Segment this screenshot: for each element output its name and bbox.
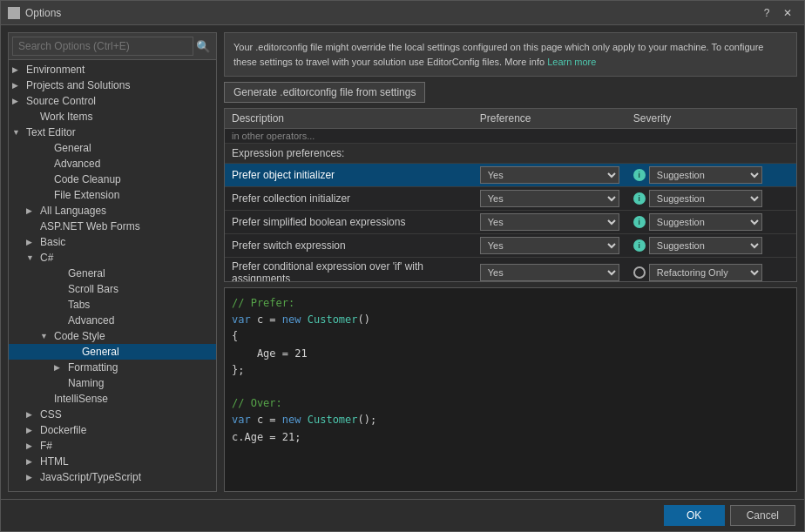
row-preference: Yes <box>473 258 626 283</box>
table-row[interactable]: Prefer collection initializer Yes i <box>225 187 796 211</box>
search-container: 🔍 <box>9 33 216 60</box>
cancel-button[interactable]: Cancel <box>730 505 795 526</box>
generate-editorconfig-button[interactable]: Generate .editorconfig file from setting… <box>224 82 425 103</box>
severity-select[interactable]: Suggestion <box>649 166 762 184</box>
row-preference: Yes <box>473 211 626 234</box>
code-line: }; <box>232 362 789 379</box>
radio-icon <box>633 266 646 279</box>
help-button[interactable]: ? <box>757 3 776 23</box>
table-row[interactable]: Prefer switch expression Yes i <box>225 234 796 258</box>
row-preference: Yes <box>473 234 626 258</box>
info-bar: Your .editorconfig file might override t… <box>224 32 797 77</box>
tree-item-code-cleanup[interactable]: Code Cleanup <box>9 172 216 187</box>
tree-item-js-ts[interactable]: ▶ JavaScript/TypeScript <box>9 469 216 485</box>
expand-icon: ▼ <box>12 128 26 137</box>
row-description: Prefer conditional expression over 'if' … <box>225 258 473 283</box>
severity-select[interactable]: Suggestion <box>649 237 762 254</box>
code-line: c.Age = 21; <box>232 429 789 446</box>
expand-icon: ▶ <box>12 81 26 90</box>
expand-icon: ▶ <box>12 97 26 105</box>
tree-item-cs-general[interactable]: General <box>9 266 216 281</box>
tree-item-html[interactable]: ▶ HTML <box>9 454 216 469</box>
tree-item-csharp[interactable]: ▼ C# <box>9 250 216 266</box>
col-description: Description <box>225 109 473 129</box>
table-row-scrolled: in other operators... <box>225 129 796 144</box>
info-icon: i <box>633 169 646 181</box>
dialog-title: Options <box>25 7 61 19</box>
close-button[interactable]: ✕ <box>778 3 797 23</box>
code-line: // Over: <box>232 395 789 412</box>
ok-button[interactable]: OK <box>664 505 725 526</box>
info-icon: i <box>633 192 646 205</box>
search-input[interactable] <box>12 37 193 56</box>
preference-select[interactable]: Yes <box>480 190 619 207</box>
info-icon: i <box>633 239 646 252</box>
code-line: { <box>232 328 789 345</box>
tree-item-basic[interactable]: ▶ Basic <box>9 234 216 250</box>
preferences-table: Description Preference Severity in other… <box>225 109 796 282</box>
tree-item-advanced[interactable]: Advanced <box>9 156 216 172</box>
expand-icon: ▶ <box>26 238 40 246</box>
code-line: Age = 21 <box>232 346 789 362</box>
tree-item-css[interactable]: ▶ CSS <box>9 407 216 422</box>
tree-item-formatting[interactable]: ▶ Formatting <box>9 360 216 375</box>
preference-select[interactable]: Yes <box>480 166 619 184</box>
row-severity: Refactoring Only <box>626 258 796 283</box>
tree-item-scroll-bars[interactable]: Scroll Bars <box>9 281 216 297</box>
tree-item-naming[interactable]: Naming <box>9 375 216 391</box>
title-bar-buttons: ? ✕ <box>757 3 797 23</box>
code-line <box>232 379 789 395</box>
preference-select[interactable]: Yes <box>480 264 619 281</box>
tree-item-text-editor[interactable]: ▼ Text Editor <box>9 125 216 140</box>
learn-more-link[interactable]: Learn more <box>547 57 596 67</box>
row-severity: i Suggestion <box>626 164 796 187</box>
table-row[interactable]: Prefer simplified boolean expressions Ye… <box>225 211 796 234</box>
tree-item-tabs[interactable]: Tabs <box>9 297 216 313</box>
tree-item-all-languages[interactable]: ▶ All Languages <box>9 203 216 219</box>
table-row[interactable]: Prefer conditional expression over 'if' … <box>225 258 796 283</box>
dialog-body: 🔍 ▶ Environment ▶ Projects and Solutions… <box>1 25 804 499</box>
expand-icon: ▶ <box>12 65 26 74</box>
tree-item-intellisense[interactable]: IntelliSense <box>9 391 216 407</box>
tree-item-file-extension[interactable]: File Extension <box>9 187 216 203</box>
preferences-table-area: Description Preference Severity in other… <box>224 108 797 282</box>
dialog-icon <box>8 7 20 19</box>
tree-item-environment[interactable]: ▶ Environment <box>9 62 216 77</box>
tree-item-dockerfile[interactable]: ▶ Dockerfile <box>9 422 216 438</box>
code-line: // Prefer: <box>232 295 789 312</box>
table-row[interactable]: Prefer object initializer Yes i <box>225 164 796 187</box>
tree-item-general[interactable]: General <box>9 140 216 156</box>
tree-view: ▶ Environment ▶ Projects and Solutions ▶… <box>9 60 216 491</box>
section-header-text: Expression preferences: <box>225 144 796 164</box>
title-bar: Options ? ✕ <box>1 1 804 25</box>
tree-item-fsharp[interactable]: ▶ F# <box>9 438 216 454</box>
tree-item-code-style[interactable]: ▼ Code Style <box>9 328 216 344</box>
info-icon: i <box>633 216 646 228</box>
tree-item-work-items[interactable]: Work Items <box>9 109 216 125</box>
tree-item-asp-net[interactable]: ASP.NET Web Forms <box>9 219 216 234</box>
expand-icon: ▶ <box>26 473 40 481</box>
tree-item-source-control[interactable]: ▶ Source Control <box>9 93 216 109</box>
row-description: Prefer switch expression <box>225 234 473 258</box>
expand-icon: ▶ <box>26 410 40 419</box>
preference-select[interactable]: Yes <box>480 237 619 254</box>
row-description: Prefer collection initializer <box>225 187 473 211</box>
row-description: Prefer object initializer <box>225 164 473 187</box>
col-preference: Preference <box>473 109 626 129</box>
tree-item-projects-solutions[interactable]: ▶ Projects and Solutions <box>9 77 216 93</box>
severity-select[interactable]: Refactoring Only <box>649 264 762 281</box>
col-severity: Severity <box>626 109 796 129</box>
search-button[interactable]: 🔍 <box>193 37 213 56</box>
row-severity: i Suggestion <box>626 234 796 258</box>
expand-icon: ▼ <box>40 332 54 340</box>
dialog-footer: OK Cancel <box>1 499 804 531</box>
row-description: Prefer simplified boolean expressions <box>225 211 473 234</box>
row-preference: Yes <box>473 187 626 211</box>
expand-icon: ▶ <box>26 457 40 466</box>
severity-select[interactable]: Suggestion <box>649 190 762 207</box>
preference-select[interactable]: Yes <box>480 213 619 231</box>
tree-item-cs-general2[interactable]: General <box>9 344 216 360</box>
tree-item-cs-advanced[interactable]: Advanced <box>9 313 216 328</box>
severity-select[interactable]: Suggestion <box>649 213 762 231</box>
left-panel: 🔍 ▶ Environment ▶ Projects and Solutions… <box>8 32 217 492</box>
